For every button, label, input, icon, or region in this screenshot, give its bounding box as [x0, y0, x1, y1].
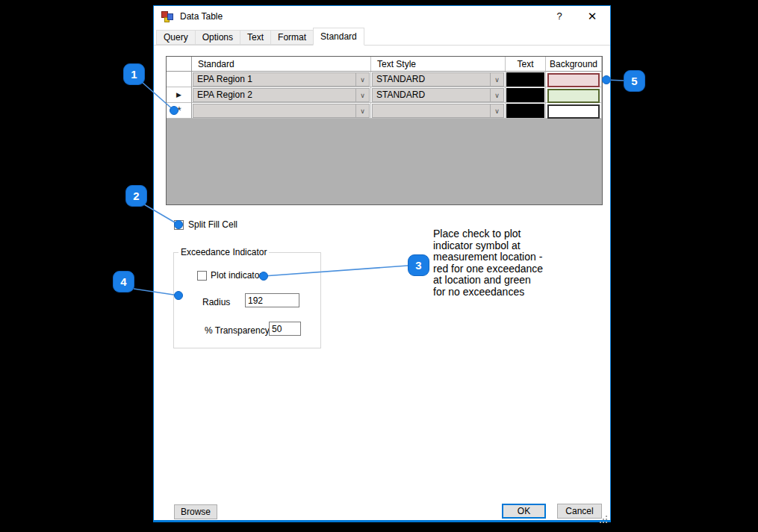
chevron-down-icon: ∨	[355, 89, 369, 101]
table-row-new: * ∨ ∨	[167, 103, 602, 119]
radius-label: Radius	[202, 297, 230, 307]
split-fill-cell-row: Split Fill Cell	[174, 219, 237, 230]
plot-indicator-checkbox[interactable]	[197, 271, 207, 281]
chevron-down-icon: ∨	[355, 104, 369, 117]
combo-value	[373, 104, 490, 117]
transparency-input[interactable]	[269, 322, 301, 336]
new-row-asterisk-icon: *	[167, 101, 191, 119]
combo-value: STANDARD	[373, 89, 490, 101]
combo-value	[193, 104, 355, 117]
grid-header-row: Standard Text Style Text Background	[167, 57, 602, 72]
table-row: EPA Region 1∨ STANDARD∨	[167, 72, 602, 87]
combo-value: STANDARD	[373, 73, 490, 86]
text-color-cell[interactable]	[506, 103, 546, 119]
split-fill-cell-label: Split Fill Cell	[188, 219, 237, 230]
callout-badge-3: 3	[408, 254, 429, 276]
tab-options[interactable]: Options	[195, 30, 240, 45]
plot-indicator-label: Plot indicator	[211, 270, 262, 281]
ok-button[interactable]: OK	[502, 504, 546, 519]
background-color-cell[interactable]	[546, 72, 602, 87]
plot-indicator-row: Plot indicator	[197, 270, 262, 281]
standards-grid: Standard Text Style Text Background EPA …	[166, 56, 603, 205]
tab-query[interactable]: Query	[156, 30, 196, 45]
text-style-combo-cell[interactable]: STANDARD∨	[371, 72, 506, 87]
help-button[interactable]: ?	[551, 8, 568, 25]
standard-combo-cell[interactable]: ∨	[192, 103, 371, 119]
combo-value: EPA Region 1	[193, 73, 355, 86]
title-bar: Data Table ? ✕	[154, 6, 610, 27]
text-color-cell[interactable]	[506, 72, 546, 87]
grid-header-text-style[interactable]: Text Style	[371, 57, 506, 72]
tab-text[interactable]: Text	[240, 30, 271, 45]
dialog-bottom-border	[154, 520, 610, 522]
group-title: Exceedance Indicator	[178, 247, 269, 257]
callout-badge-1: 1	[123, 63, 145, 85]
annotation-note: Place check to plot indicator symbol at …	[433, 228, 543, 298]
window-title: Data Table	[180, 11, 223, 22]
text-color-cell[interactable]	[506, 87, 546, 103]
close-icon[interactable]: ✕	[584, 8, 600, 25]
text-style-combo-cell[interactable]: STANDARD∨	[371, 87, 506, 103]
chevron-down-icon: ∨	[490, 104, 503, 117]
combo-value: EPA Region 2	[193, 89, 355, 101]
tab-strip: Query Options Text Format Standard	[154, 27, 610, 46]
resize-grip-icon[interactable]	[606, 516, 607, 517]
tab-format[interactable]: Format	[270, 30, 314, 45]
tab-standard[interactable]: Standard	[313, 28, 364, 46]
background-color-cell[interactable]	[546, 103, 602, 119]
transparency-label: % Transparency	[205, 325, 270, 336]
app-form-icon	[161, 11, 173, 22]
page-background: { "window": { "title": "Data Table", "he…	[0, 0, 758, 532]
grid-header-background[interactable]: Background	[546, 57, 602, 72]
chevron-down-icon: ∨	[490, 89, 503, 101]
tab-page-standard: Standard Text Style Text Background EPA …	[154, 46, 610, 522]
callout-badge-4: 4	[113, 271, 134, 292]
data-table-dialog: Data Table ? ✕ Query Options Text Format…	[153, 5, 611, 522]
background-swatch-white	[547, 104, 600, 119]
background-swatch-green	[547, 89, 600, 103]
grid-header-standard[interactable]: Standard	[192, 57, 371, 72]
chevron-down-icon: ∨	[490, 73, 503, 86]
background-color-cell[interactable]	[546, 87, 602, 103]
browse-button[interactable]: Browse	[174, 504, 217, 519]
chevron-down-icon: ∨	[355, 73, 369, 86]
callout-badge-5: 5	[624, 70, 645, 92]
callout-badge-2: 2	[125, 185, 147, 207]
exceedance-indicator-group: Exceedance Indicator Plot indicator Radi…	[173, 252, 321, 348]
standard-combo-cell[interactable]: EPA Region 2∨	[192, 87, 371, 103]
row-selector-current[interactable]: ▶	[167, 87, 192, 103]
table-row: ▶ EPA Region 2∨ STANDARD∨	[167, 87, 602, 103]
cancel-button[interactable]: Cancel	[557, 504, 602, 519]
grid-header-text[interactable]: Text	[506, 57, 546, 72]
current-row-arrow-icon: ▶	[176, 91, 181, 98]
grid-header-row-selector[interactable]	[167, 57, 192, 72]
radius-input[interactable]	[245, 293, 299, 307]
row-selector[interactable]	[167, 72, 192, 87]
row-selector-new[interactable]: *	[167, 103, 192, 119]
background-swatch-pink	[547, 73, 600, 87]
standard-combo-cell[interactable]: EPA Region 1∨	[192, 72, 371, 87]
text-style-combo-cell[interactable]: ∨	[371, 103, 506, 119]
split-fill-cell-checkbox[interactable]	[174, 220, 184, 230]
